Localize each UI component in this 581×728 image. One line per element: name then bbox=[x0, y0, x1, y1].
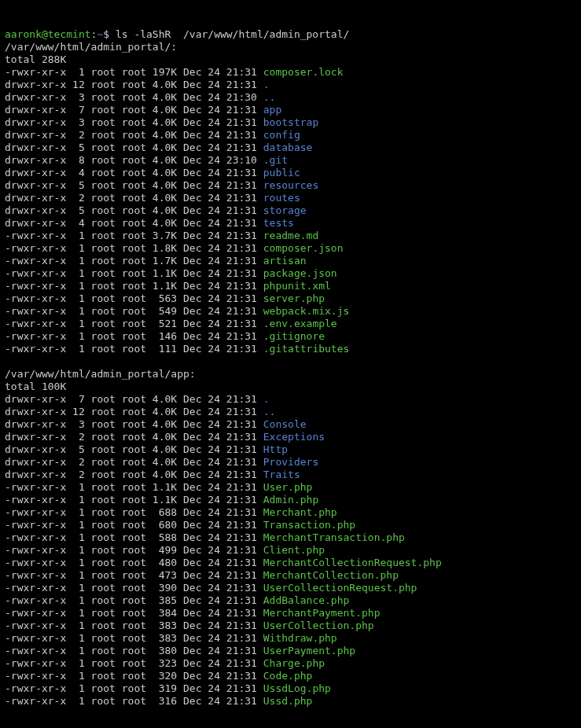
group: root bbox=[116, 431, 146, 443]
size: 588 bbox=[146, 531, 177, 543]
group: root bbox=[116, 204, 146, 216]
file-name: . bbox=[263, 393, 270, 405]
spacer bbox=[257, 418, 263, 430]
links: 4 bbox=[66, 167, 84, 178]
file-name: database bbox=[263, 142, 313, 153]
size: 3.7K bbox=[146, 230, 177, 241]
links: 1 bbox=[66, 292, 84, 304]
size: 4.0K bbox=[146, 443, 177, 455]
links: 1 bbox=[66, 267, 84, 279]
group: root bbox=[116, 582, 146, 594]
size: 549 bbox=[146, 305, 177, 317]
section-path: /var/www/html/admin_portal/app: bbox=[5, 368, 196, 380]
group: root bbox=[116, 607, 146, 619]
links: 7 bbox=[66, 104, 84, 116]
date: Dec 24 21:31 bbox=[177, 330, 257, 342]
size: 4.0K bbox=[146, 91, 177, 103]
file-name: MerchantTransaction.php bbox=[263, 531, 405, 543]
owner: root bbox=[85, 632, 116, 644]
date: Dec 24 21:31 bbox=[177, 443, 257, 455]
spacer bbox=[257, 682, 263, 694]
date: Dec 24 21:31 bbox=[177, 695, 257, 707]
file-row: drwxr-xr-x 5 root root 4.0K Dec 24 21:31… bbox=[5, 142, 576, 154]
file-name: UserCollectionRequest.php bbox=[263, 582, 417, 594]
date: Dec 24 21:31 bbox=[177, 192, 257, 204]
spacer bbox=[257, 456, 263, 468]
spacer bbox=[257, 469, 263, 480]
spacer bbox=[257, 607, 263, 619]
spacer bbox=[257, 242, 263, 254]
file-row: -rwxr-xr-x 1 root root 521 Dec 24 21:31 … bbox=[5, 318, 576, 330]
file-row: drwxr-xr-x 2 root root 4.0K Dec 24 21:31… bbox=[5, 431, 576, 443]
group: root bbox=[116, 129, 146, 141]
links: 2 bbox=[66, 129, 84, 141]
spacer bbox=[257, 343, 263, 355]
section-header: /var/www/html/admin_portal/: bbox=[5, 41, 576, 53]
group: root bbox=[116, 255, 146, 267]
links: 12 bbox=[66, 79, 84, 90]
file-name: public bbox=[263, 167, 300, 178]
size: 146 bbox=[146, 330, 177, 342]
group: root bbox=[116, 670, 146, 682]
command-text[interactable]: ls -laShR /var/www/html/admin_portal/ bbox=[116, 28, 349, 40]
date: Dec 24 21:31 bbox=[177, 620, 257, 631]
date: Dec 24 21:31 bbox=[177, 318, 257, 329]
file-name: . bbox=[263, 79, 270, 90]
size: 384 bbox=[146, 607, 177, 619]
spacer bbox=[257, 330, 263, 342]
links: 2 bbox=[66, 431, 84, 443]
owner: root bbox=[85, 116, 116, 128]
owner: root bbox=[85, 406, 116, 417]
owner: root bbox=[85, 292, 116, 304]
links: 1 bbox=[66, 557, 84, 568]
size: 1.1K bbox=[146, 280, 177, 292]
links: 1 bbox=[66, 569, 84, 581]
owner: root bbox=[85, 393, 116, 405]
perm: drwxr-xr-x bbox=[5, 204, 66, 216]
size: 1.1K bbox=[146, 494, 177, 506]
links: 4 bbox=[66, 217, 84, 229]
perm: -rwxr-xr-x bbox=[5, 531, 66, 543]
perm: -rwxr-xr-x bbox=[5, 519, 66, 531]
perm: -rwxr-xr-x bbox=[5, 481, 66, 493]
file-name: UssdLog.php bbox=[263, 682, 331, 694]
file-row: -rwxr-xr-x 1 root root 383 Dec 24 21:31 … bbox=[5, 632, 576, 645]
file-name: Admin.php bbox=[263, 494, 318, 506]
links: 1 bbox=[66, 255, 84, 267]
file-row: drwxr-xr-x 7 root root 4.0K Dec 24 21:31… bbox=[5, 104, 576, 116]
file-name: routes bbox=[263, 192, 300, 204]
file-row: -rwxr-xr-x 1 root root 197K Dec 24 21:31… bbox=[5, 66, 576, 79]
group: root bbox=[116, 104, 146, 116]
date: Dec 24 21:31 bbox=[177, 79, 257, 90]
size: 4.0K bbox=[146, 167, 177, 178]
perm: drwxr-xr-x bbox=[5, 104, 66, 116]
spacer bbox=[257, 431, 263, 443]
perm: -rwxr-xr-x bbox=[5, 318, 66, 329]
group: root bbox=[116, 217, 146, 229]
perm: drwxr-xr-x bbox=[5, 116, 66, 128]
spacer bbox=[257, 620, 263, 631]
date: Dec 24 21:31 bbox=[177, 682, 257, 694]
date: Dec 24 23:10 bbox=[177, 154, 257, 166]
file-name: User.php bbox=[263, 481, 313, 493]
file-row: drwxr-xr-x 4 root root 4.0K Dec 24 21:31… bbox=[5, 217, 576, 230]
links: 1 bbox=[66, 657, 84, 669]
size: 4.0K bbox=[146, 116, 177, 128]
file-row: -rwxr-xr-x 1 root root 473 Dec 24 21:31 … bbox=[5, 569, 576, 582]
owner: root bbox=[85, 519, 116, 531]
date: Dec 24 21:31 bbox=[177, 280, 257, 292]
group: root bbox=[116, 494, 146, 506]
links: 2 bbox=[66, 456, 84, 468]
group: root bbox=[116, 544, 146, 556]
size: 4.0K bbox=[146, 431, 177, 443]
prompt-line[interactable]: aaronk@tecmint:~$ ls -laShR /var/www/htm… bbox=[5, 28, 576, 41]
owner: root bbox=[85, 104, 116, 116]
group: root bbox=[116, 318, 146, 329]
terminal-output[interactable]: aaronk@tecmint:~$ ls -laShR /var/www/htm… bbox=[5, 28, 576, 708]
size: 323 bbox=[146, 657, 177, 669]
file-name: bootstrap bbox=[263, 116, 318, 128]
file-name: config bbox=[263, 129, 300, 141]
spacer bbox=[257, 104, 263, 116]
links: 3 bbox=[66, 91, 84, 103]
date: Dec 24 21:31 bbox=[177, 657, 257, 669]
